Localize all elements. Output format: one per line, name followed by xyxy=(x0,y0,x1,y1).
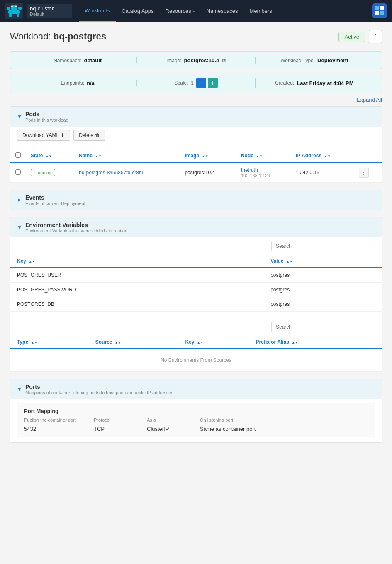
port-mapping-header: Publish the container port Protocol As a… xyxy=(24,418,368,422)
value-column-header[interactable]: Value ▲▼ xyxy=(265,255,382,268)
scale-up-button[interactable]: + xyxy=(208,78,218,88)
env-section: ▼ Environment Variables Environment Vari… xyxy=(10,217,382,372)
svg-point-8 xyxy=(15,6,17,7)
more-actions-button[interactable]: ⋮ xyxy=(369,30,382,43)
scale-down-button[interactable]: − xyxy=(196,78,206,88)
type-column-header[interactable]: Type ▲▼ xyxy=(10,336,90,349)
logo-area[interactable] xyxy=(5,3,23,19)
header-actions: Active ⋮ xyxy=(338,30,382,43)
top-nav: bq-cluster Default Workloads Catalog App… xyxy=(0,0,392,22)
listening-col-header: On listening port xyxy=(200,418,368,422)
download-yaml-button[interactable]: Download YAML ⬇ xyxy=(17,130,70,141)
as-col-header: As a xyxy=(147,418,197,422)
port-value: 5432 xyxy=(24,426,90,432)
ip-sort-icon: ▲▼ xyxy=(324,155,331,158)
env-value-0: postgres xyxy=(265,268,382,283)
created-info: Created: Last Friday at 4:04 PM xyxy=(256,80,373,86)
endpoints-value: n/a xyxy=(87,80,95,86)
env-table: Key ▲▼ Value ▲▼ POSTGRES_USER postgres P… xyxy=(10,255,382,312)
env-search-input[interactable] xyxy=(271,241,375,251)
trash-icon: 🗑 xyxy=(95,132,100,138)
image-column-header[interactable]: Image ▲▼ xyxy=(180,149,236,163)
select-all-checkbox[interactable] xyxy=(15,152,21,158)
nav-members[interactable]: Members xyxy=(244,0,278,22)
status-badge: Active xyxy=(338,32,365,42)
pods-collapse-icon: ▼ xyxy=(17,114,22,120)
node-name: thetruth xyxy=(241,167,286,173)
name-column-header[interactable]: Name ▲▼ xyxy=(74,149,180,163)
scale-controls: − + xyxy=(196,78,218,88)
image-sort-icon: ▲▼ xyxy=(202,155,208,158)
svg-point-7 xyxy=(11,6,13,7)
namespace-value: default xyxy=(84,57,102,63)
nav-catalog-apps[interactable]: Catalog Apps xyxy=(116,0,159,22)
row-checkbox-cell xyxy=(10,163,26,183)
env-key-0: POSTGRES_USER xyxy=(10,268,265,283)
ports-section-header[interactable]: ▼ Ports Mappings of container listening … xyxy=(10,379,382,399)
row-checkbox[interactable] xyxy=(15,169,21,175)
main-content: Workload: bq-postgres Active ⋮ Namespace… xyxy=(0,22,392,458)
expand-all-button[interactable]: Expand All xyxy=(357,97,382,103)
state-column-header[interactable]: State ▲▼ xyxy=(26,149,74,163)
cluster-default: Default xyxy=(30,12,69,17)
ports-section-subtitle: Mappings of container listening ports to… xyxy=(25,390,173,395)
info-row-1: Namespace: default Image: postgres:10.4 … xyxy=(10,51,382,69)
cluster-name: bq-cluster xyxy=(30,5,69,12)
key-column-header[interactable]: Key ▲▼ xyxy=(10,255,265,268)
pods-section-header[interactable]: ▼ Pods Pods in this workload xyxy=(10,107,382,127)
namespace-info: Namespace: default xyxy=(19,57,137,63)
table-row: POSTGRES_DB postgres xyxy=(10,297,382,312)
row-actions-cell: ⋮ xyxy=(354,163,382,183)
env-value-2: postgres xyxy=(265,297,382,312)
ip-cell: 10.42.0.15 xyxy=(291,163,354,183)
events-section-header[interactable]: ▼ Events Events of current Deployment xyxy=(10,190,382,210)
nav-workloads[interactable]: Workloads xyxy=(79,0,116,22)
page-title: Workload: bq-postgres xyxy=(10,31,106,42)
row-actions-button[interactable]: ⋮ xyxy=(359,168,369,178)
image-info: Image: postgres:10.4 ⧉ xyxy=(137,57,255,64)
scale-info: Scale: 1 − + xyxy=(137,78,255,88)
port-mapping-title: Port Mapping xyxy=(24,408,368,414)
node-sort-icon: ▲▼ xyxy=(256,155,263,158)
svg-rect-3 xyxy=(18,7,22,10)
copy-icon[interactable]: ⧉ xyxy=(222,57,226,64)
port-mapping-card: Port Mapping Publish the container port … xyxy=(17,403,375,437)
prefix-sort-icon: ▲▼ xyxy=(292,341,298,344)
workload-type-value: Deployment xyxy=(317,57,348,63)
ports-section-title: Ports xyxy=(25,383,40,390)
source-column-header[interactable]: Source ▲▼ xyxy=(90,336,180,349)
pod-link[interactable]: bq-postgres-8455857fd-cr8h5 xyxy=(79,170,144,176)
cluster-selector[interactable]: bq-cluster Default xyxy=(27,4,72,18)
user-avatar[interactable] xyxy=(372,3,387,18)
resources-chevron-icon xyxy=(192,9,195,12)
pods-toolbar: Download YAML ⬇ Delete 🗑 xyxy=(10,127,382,144)
pods-section-title: Pods xyxy=(25,111,39,117)
node-column-header[interactable]: Node ▲▼ xyxy=(236,149,291,163)
no-data-row: No Environments From Sources xyxy=(10,349,382,372)
download-icon: ⬇ xyxy=(61,132,65,138)
listening-value: Same as container port xyxy=(200,426,368,432)
state-sort-icon: ▲▼ xyxy=(46,155,52,158)
nav-resources[interactable]: Resources xyxy=(160,0,201,22)
prefix-column-header[interactable]: Prefix or Alias ▲▼ xyxy=(251,336,382,349)
rancher-logo xyxy=(5,3,23,19)
name-sort-icon: ▲▼ xyxy=(95,155,102,158)
events-section-subtitle: Events of current Deployment xyxy=(25,201,85,206)
node-cell: thetruth 192.168.1.129 xyxy=(236,163,291,183)
table-row: Running bq-postgres-8455857fd-cr8h5 post… xyxy=(10,163,382,183)
key2-column-header[interactable]: Key ▲▼ xyxy=(180,336,251,349)
delete-button[interactable]: Delete 🗑 xyxy=(73,130,105,141)
ports-collapse-icon: ▼ xyxy=(17,386,22,392)
env-sources-search-row xyxy=(10,318,382,336)
workload-type-info: Workload Type: Deployment xyxy=(256,57,373,63)
scale-value: 1 xyxy=(191,80,194,86)
env-section-header[interactable]: ▼ Environment Variables Environment Vari… xyxy=(10,217,382,237)
publish-col-header: Publish the container port xyxy=(24,418,90,422)
pods-table: State ▲▼ Name ▲▼ Image ▲▼ Node ▲▼ xyxy=(10,149,382,183)
svg-rect-1 xyxy=(7,7,10,10)
ip-column-header[interactable]: IP Address ▲▼ xyxy=(291,149,354,163)
env-section-subtitle: Environment Variables that were added at… xyxy=(25,228,129,233)
pods-section: ▼ Pods Pods in this workload Download YA… xyxy=(10,106,382,183)
nav-namespaces[interactable]: Namespaces xyxy=(201,0,244,22)
sources-search-input[interactable] xyxy=(271,322,375,332)
